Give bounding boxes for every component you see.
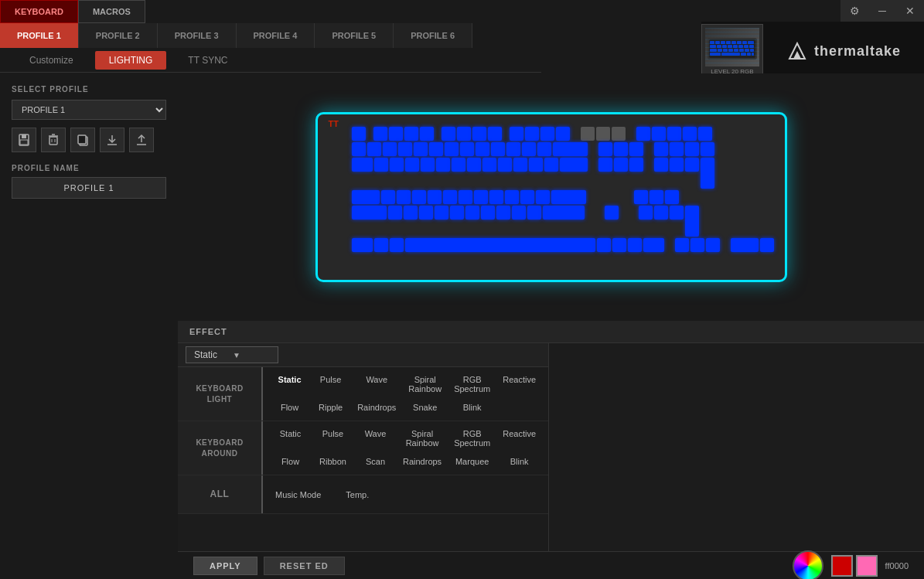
- key-num1[interactable]: [639, 206, 653, 220]
- key-ralt[interactable]: [597, 238, 611, 252]
- key-z[interactable]: [388, 206, 402, 220]
- key-n[interactable]: [465, 206, 479, 220]
- key-g[interactable]: [443, 190, 457, 204]
- key-x[interactable]: [404, 206, 418, 220]
- key-numminus[interactable]: [701, 142, 714, 156]
- key-home[interactable]: [614, 142, 628, 156]
- effect-rgbspectrum-kblight[interactable]: RGB Spectrum: [449, 372, 495, 397]
- key-m[interactable]: [481, 206, 495, 220]
- key-v[interactable]: [435, 206, 448, 220]
- key-7[interactable]: [460, 142, 474, 156]
- key-f9[interactable]: [510, 127, 523, 141]
- settings-button[interactable]: ⚙: [840, 0, 868, 22]
- key-c[interactable]: [419, 206, 433, 220]
- key-h[interactable]: [459, 190, 472, 204]
- key-del[interactable]: [598, 158, 612, 172]
- key-comma[interactable]: [496, 206, 510, 220]
- key-media4[interactable]: [683, 127, 697, 141]
- key-lbrace[interactable]: [529, 158, 543, 172]
- key-b[interactable]: [450, 206, 464, 220]
- color-swatch-pink[interactable]: [856, 555, 878, 577]
- key-0[interactable]: [506, 142, 520, 156]
- key-f3[interactable]: [404, 127, 418, 141]
- key-9[interactable]: [491, 142, 505, 156]
- apply-button[interactable]: APPLY: [193, 557, 257, 575]
- key-rbrace[interactable]: [544, 158, 558, 172]
- effect-wave-kbaround[interactable]: Wave: [356, 426, 395, 451]
- profile-tab-2[interactable]: PROFILE 2: [79, 23, 158, 48]
- profile-tab-5[interactable]: PROFILE 5: [315, 23, 394, 48]
- key-u[interactable]: [467, 158, 481, 172]
- key-f4[interactable]: [420, 127, 434, 141]
- key-numplus[interactable]: [701, 158, 714, 189]
- reset-button[interactable]: RESET ED: [264, 557, 345, 575]
- key-num0[interactable]: [731, 238, 759, 252]
- key-equals[interactable]: [537, 142, 551, 156]
- key-num7[interactable]: [654, 158, 668, 172]
- key-w[interactable]: [390, 158, 404, 172]
- key-left[interactable]: [675, 238, 689, 252]
- color-swatch-red[interactable]: [831, 555, 853, 577]
- key-lwin[interactable]: [374, 238, 388, 252]
- key-num5[interactable]: [650, 190, 663, 204]
- key-num8[interactable]: [670, 158, 684, 172]
- key-ins[interactable]: [598, 142, 612, 156]
- key-period[interactable]: [512, 206, 526, 220]
- effect-pulse-kblight[interactable]: Pulse: [312, 372, 349, 397]
- key-f[interactable]: [428, 190, 442, 204]
- key-f7[interactable]: [472, 127, 486, 141]
- key-right[interactable]: [706, 238, 720, 252]
- profile-tab-4[interactable]: PROFILE 4: [237, 23, 315, 48]
- key-i[interactable]: [482, 158, 496, 172]
- effect-reactive-kbaround[interactable]: Reactive: [498, 426, 540, 451]
- key-f2[interactable]: [389, 127, 403, 141]
- ttsync-nav[interactable]: TT SYNC: [182, 51, 234, 70]
- effect-ribbon-kbaround[interactable]: Ribbon: [313, 454, 353, 469]
- key-a[interactable]: [381, 190, 395, 204]
- key-media3[interactable]: [667, 127, 681, 141]
- key-num9[interactable]: [685, 158, 699, 172]
- key-d[interactable]: [412, 190, 426, 204]
- effect-reactive-kblight[interactable]: Reactive: [498, 372, 540, 397]
- key-menu[interactable]: [628, 238, 642, 252]
- key-5[interactable]: [429, 142, 443, 156]
- key-8[interactable]: [476, 142, 489, 156]
- key-o[interactable]: [498, 158, 512, 172]
- key-media2[interactable]: [652, 127, 666, 141]
- effect-blink-kblight[interactable]: Blink: [449, 400, 495, 415]
- key-num3[interactable]: [670, 206, 684, 220]
- key-nummul[interactable]: [685, 142, 699, 156]
- key-1[interactable]: [367, 142, 381, 156]
- effect-spiralrainbow-kblight[interactable]: Spiral Rainbow: [404, 372, 446, 397]
- key-f11[interactable]: [540, 127, 554, 141]
- profile-tab-3[interactable]: PROFILE 3: [158, 23, 237, 48]
- effect-snake-kblight[interactable]: Snake: [404, 400, 446, 415]
- key-numlock[interactable]: [654, 142, 668, 156]
- key-e[interactable]: [405, 158, 419, 172]
- key-tab[interactable]: [352, 158, 373, 172]
- key-end[interactable]: [614, 158, 628, 172]
- key-enter[interactable]: [551, 190, 586, 204]
- key-up[interactable]: [605, 206, 619, 220]
- profile-tab-1[interactable]: PROFILE 1: [0, 23, 79, 48]
- key-f5[interactable]: [442, 127, 455, 141]
- import-profile-button[interactable]: [100, 128, 124, 152]
- key-pgdn[interactable]: [629, 158, 643, 172]
- key-media5[interactable]: [698, 127, 712, 141]
- key-fn[interactable]: [612, 238, 626, 252]
- effect-raindrops-kbaround[interactable]: Raindrops: [398, 454, 446, 469]
- effect-rgbspectrum-kbaround[interactable]: RGB Spectrum: [449, 426, 495, 451]
- effect-musicmode-all[interactable]: Music Mode: [271, 487, 326, 502]
- effect-wave-kblight[interactable]: Wave: [353, 372, 401, 397]
- device-thumbnail[interactable]: LEVEL 20 RGB: [701, 24, 763, 78]
- key-6[interactable]: [445, 142, 459, 156]
- key-k[interactable]: [489, 190, 503, 204]
- effect-pulse-kbaround[interactable]: Pulse: [313, 426, 353, 451]
- key-r[interactable]: [421, 158, 435, 172]
- key-rshift[interactable]: [543, 206, 585, 220]
- effect-dropdown[interactable]: Static ▼: [186, 346, 278, 363]
- copy-profile-button[interactable]: [70, 128, 95, 152]
- key-prtsc[interactable]: [581, 127, 595, 141]
- profile-tab-6[interactable]: PROFILE 6: [394, 23, 472, 48]
- key-minus[interactable]: [522, 142, 536, 156]
